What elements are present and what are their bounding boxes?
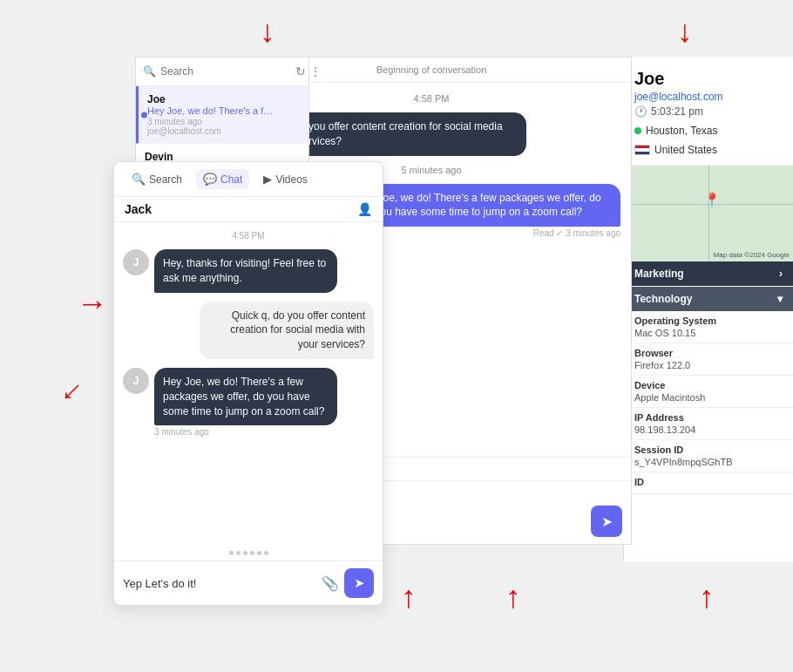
- agent-message-bubble-1: J Hey, thanks for visiting! Feel free to…: [123, 249, 374, 293]
- category-marketing[interactable]: Marketing ›: [624, 261, 793, 286]
- chat-messages: 4:58 PM J Hey, thanks for visiting! Feel…: [114, 222, 383, 546]
- arrow-bottom-mid: ↑: [505, 581, 521, 613]
- contact-header: Joe joe@localhost.com 🕐 5:03:21 pm Houst…: [624, 57, 793, 166]
- map-pin-icon: 📍: [703, 191, 721, 207]
- chat-input-row[interactable]: 📎 ➤: [114, 560, 383, 605]
- flag-icon: [634, 145, 650, 155]
- info-id: ID: [624, 472, 793, 494]
- chat-nav: 🔍 Search 💬 Chat ▶ Videos: [114, 162, 383, 197]
- nav-search[interactable]: 🔍 Search: [125, 169, 189, 189]
- chevron-right-icon: ›: [779, 268, 783, 280]
- contact-country: United States: [634, 144, 783, 156]
- chat-header: Jack 👤: [114, 197, 383, 222]
- arrow-bottom-mid-left: ↑: [401, 581, 417, 613]
- info-browser: Browser Firefox 122.0: [624, 343, 793, 376]
- chat-input[interactable]: [123, 577, 316, 590]
- active-indicator: [141, 112, 147, 118]
- clock-icon: 🕐: [634, 105, 647, 118]
- nav-videos[interactable]: ▶ Videos: [256, 169, 314, 189]
- contact-name: Joe: [634, 69, 783, 89]
- arrow-top-right: ↓: [677, 16, 693, 47]
- search-nav-icon: 🔍: [132, 173, 146, 186]
- location-map: 📍 Map data ©2024 Google: [624, 166, 793, 261]
- send-button[interactable]: ➤: [591, 506, 622, 537]
- chat-agent-name: Jack: [125, 202, 152, 216]
- arrow-left-mid: →: [77, 288, 108, 319]
- chat-time-1: 4:58 PM: [123, 231, 374, 241]
- dot-2: [236, 551, 241, 555]
- agent-message-bubble-2: J Hey Joe, we do! There's a few packages…: [123, 368, 374, 437]
- contact-info-panel: Joe joe@localhost.com 🕐 5:03:21 pm Houst…: [623, 57, 793, 562]
- main-send-button[interactable]: ➤: [344, 568, 374, 598]
- contact-joe[interactable]: Joe Hey Joe, we do! There's a few packag…: [136, 86, 308, 144]
- chat-nav-icon: 💬: [203, 173, 217, 186]
- search-bar[interactable]: 🔍 ↻ ⋮: [136, 58, 308, 86]
- contact-joe-preview: Hey Joe, we do! There's a few packag...: [147, 105, 278, 116]
- sidebar-actions: ↻ ⋮: [295, 64, 322, 78]
- map-credit: Map data ©2024 Google: [714, 251, 790, 259]
- dot-1: [229, 551, 234, 555]
- visitor-message-bubble-1: Quick q, do you offer content creation f…: [200, 302, 374, 359]
- contact-email[interactable]: joe@localhost.com: [634, 91, 783, 103]
- contact-city: Houston, Texas: [634, 125, 783, 137]
- info-os: Operating System Mac OS 10.15: [624, 311, 793, 343]
- dot-6: [264, 551, 268, 555]
- contact-time: 🕐 5:03:21 pm: [634, 105, 783, 118]
- category-technology[interactable]: Technology ▾: [624, 287, 793, 311]
- map-background: 📍 Map data ©2024 Google: [624, 166, 793, 261]
- chevron-down-icon: ▾: [777, 293, 783, 305]
- arrow-bottom-right: ↑: [699, 581, 715, 613]
- videos-nav-icon: ▶: [263, 173, 272, 186]
- online-status-icon: 👤: [357, 202, 372, 216]
- contact-joe-email: joe@localhost.com: [147, 126, 300, 136]
- agent-msg-time: 3 minutes ago: [154, 427, 337, 437]
- arrow-left-lower: ↓: [57, 374, 90, 407]
- scroll-dots: [114, 546, 383, 560]
- contact-joe-time: 3 minutes ago: [147, 117, 300, 126]
- visitor-bubble-1: Quick q, do you offer content creation f…: [200, 302, 374, 359]
- contact-joe-name: Joe: [147, 93, 300, 105]
- nav-chat[interactable]: 💬 Chat: [196, 169, 249, 189]
- info-device: Device Apple Macintosh: [624, 376, 793, 408]
- dot-3: [243, 551, 247, 555]
- location-dot-icon: [634, 127, 641, 134]
- agent-bubble-2: Hey Joe, we do! There's a few packages w…: [154, 368, 337, 425]
- more-icon[interactable]: ⋮: [309, 64, 322, 78]
- info-ip: IP Address 98.198.13.204: [624, 408, 793, 440]
- agent-avatar-2: J: [123, 368, 149, 394]
- dot-4: [250, 551, 254, 555]
- main-chat-window: 🔍 Search 💬 Chat ▶ Videos Jack 👤 4:58 PM …: [113, 161, 383, 606]
- info-section: Operating System Mac OS 10.15 Browser Fi…: [624, 311, 793, 494]
- refresh-icon[interactable]: ↻: [295, 64, 306, 78]
- search-icon: 🔍: [143, 65, 156, 78]
- agent-avatar: J: [123, 249, 149, 275]
- attach-icon[interactable]: 📎: [322, 575, 339, 592]
- search-input[interactable]: [160, 65, 291, 78]
- dot-5: [257, 551, 261, 555]
- info-session-id: Session ID s_Y4VPIn8mpqSGhTB: [624, 440, 793, 472]
- agent-bubble-1: Hey, thanks for visiting! Feel free to a…: [154, 249, 337, 293]
- arrow-top-mid: ↓: [260, 16, 275, 47]
